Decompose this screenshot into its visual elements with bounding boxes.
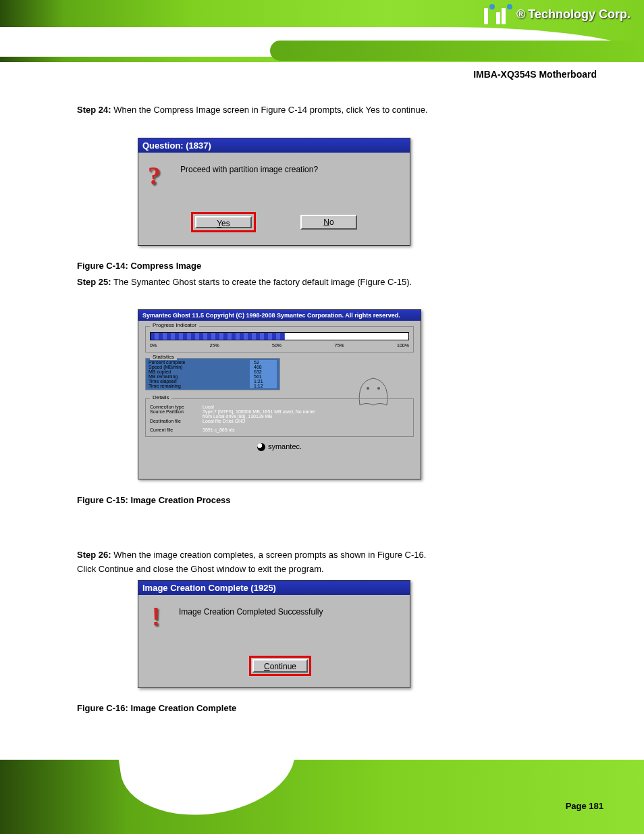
question-dialog-message: Proceed with partition image creation? xyxy=(180,165,318,174)
exclamation-icon: ! xyxy=(152,603,160,631)
stat-elapsed-lbl: Time elapsed xyxy=(149,379,177,384)
det-conn-val: Local xyxy=(203,405,214,409)
yes-button[interactable]: Yes xyxy=(195,216,252,228)
brand-logo: ® Technology Corp. xyxy=(484,4,630,24)
continue-button-highlight: Continue xyxy=(249,656,311,676)
step-25-body: The Symantec Ghost starts to create the … xyxy=(111,277,412,287)
step-25-num: Step 25: xyxy=(77,277,111,287)
step-26-text: Step 26: When the image creation complet… xyxy=(77,550,563,574)
page-number: Page 181 xyxy=(566,801,603,811)
det-src2-lbl xyxy=(150,414,197,419)
progress-fieldset: Progress Indicator 0% 25% 50% 75% 100% xyxy=(145,326,414,353)
stats-fieldset: Statistics Percent complete52 Speed (MB/… xyxy=(145,358,280,390)
complete-dialog-title: Image Creation Complete (1925) xyxy=(138,581,410,595)
svg-point-1 xyxy=(377,387,380,390)
ghost-window: Symantec Ghost 11.5 Copyright (C) 1998-2… xyxy=(138,309,421,479)
det-src-lbl: Source Partition xyxy=(150,409,197,414)
figure-c14-caption: Figure C-14: Compress Image xyxy=(77,261,201,271)
tick-25: 25% xyxy=(210,343,219,348)
tick-100: 100% xyxy=(397,343,409,348)
symantec-icon xyxy=(257,443,265,451)
stat-speed-lbl: Speed (MB/min) xyxy=(149,365,183,369)
stats-legend: Statistics xyxy=(150,354,177,360)
ghost-body: Progress Indicator 0% 25% 50% 75% 100% S… xyxy=(138,321,421,457)
svg-point-0 xyxy=(367,387,369,390)
details-fieldset: Details Connection typeLocal Source Part… xyxy=(145,398,414,437)
det-src-val: Type:7 [NTFS], 100006 MB, 1951 MB used, … xyxy=(203,409,315,414)
progress-ticks: 0% 25% 50% 75% 100% xyxy=(150,343,409,348)
step-24-num: Step 24: xyxy=(77,105,111,115)
det-conn-lbl: Connection type xyxy=(150,405,197,409)
det-dest-lbl: Destination file xyxy=(150,419,197,423)
header-curve-2 xyxy=(270,41,644,61)
step-25-text: Step 25: The Symantec Ghost starts to cr… xyxy=(77,277,563,287)
tick-75: 75% xyxy=(335,343,344,348)
step-24-text: Step 24: When the Compress Image screen … xyxy=(77,105,563,115)
progress-fill xyxy=(151,333,285,340)
stat-pct-val: 52 xyxy=(250,360,277,365)
progress-bar xyxy=(150,332,409,340)
step-26-body-b: Click Continue and close the Ghost windo… xyxy=(77,564,563,574)
details-legend: Details xyxy=(150,394,171,400)
stat-rem-val: 561 xyxy=(250,374,277,379)
ghost-title: Symantec Ghost 11.5 Copyright (C) 1998-2… xyxy=(138,310,421,321)
continue-button[interactable]: Continue xyxy=(252,659,308,673)
brand-text: Technology Corp. xyxy=(528,7,630,22)
step-24-body: When the Compress Image screen in Figure… xyxy=(111,105,428,115)
question-mark-icon: ? xyxy=(148,161,161,190)
figure-c15-caption: Figure C-15: Image Creation Process xyxy=(77,495,231,505)
question-dialog-body: ? Proceed with partition image creation?… xyxy=(138,153,410,242)
symantec-brand: symantec. xyxy=(145,442,414,451)
progress-legend: Progress Indicator xyxy=(150,322,199,328)
symantec-text: symantec. xyxy=(268,442,302,450)
iei-logo-icon xyxy=(484,4,512,24)
no-button[interactable]: No xyxy=(300,215,357,230)
page-header: ® Technology Corp. xyxy=(0,0,644,62)
question-dialog-title: Question: (1837) xyxy=(138,138,410,153)
det-cur-val: 3891 c_869.nls xyxy=(203,427,234,432)
stat-rem-lbl: MB remaining xyxy=(149,374,178,379)
det-cur-lbl: Current file xyxy=(150,427,197,432)
tick-0: 0% xyxy=(150,343,157,348)
step-26-num: Step 26: xyxy=(77,550,111,560)
brand-prefix: ® xyxy=(516,7,525,22)
stat-copied-val: 632 xyxy=(250,369,277,374)
stat-elapsed-val: 1:21 xyxy=(250,379,277,384)
figure-c16-caption: Figure C-16: Image Creation Complete xyxy=(77,703,236,713)
det-src2-val: from Local drive [80], 130129 MB xyxy=(203,414,272,419)
complete-dialog-message: Image Creation Completed Successfully xyxy=(179,607,323,617)
stat-trem-lbl: Time remaining xyxy=(149,384,181,388)
complete-dialog: Image Creation Complete (1925) ! Image C… xyxy=(138,580,410,688)
stat-pct-lbl: Percent complete xyxy=(149,360,185,365)
step-26-body-a: When the image creation completes, a scr… xyxy=(111,550,427,560)
stat-speed-val: 468 xyxy=(250,365,277,369)
stat-trem-val: 1:12 xyxy=(250,384,277,388)
tick-50: 50% xyxy=(272,343,281,348)
det-dest-val: Local file D:\iei.GHO xyxy=(203,419,245,423)
page-footer xyxy=(0,760,644,834)
yes-button-highlight: Yes xyxy=(191,212,256,232)
complete-dialog-body: ! Image Creation Completed Successfully … xyxy=(138,595,410,684)
stat-copied-lbl: MB copied xyxy=(149,369,171,374)
model-name: IMBA-XQ354S Motherboard xyxy=(473,69,597,80)
footer-curve xyxy=(117,760,302,826)
question-dialog: Question: (1837) ? Proceed with partitio… xyxy=(138,138,410,246)
